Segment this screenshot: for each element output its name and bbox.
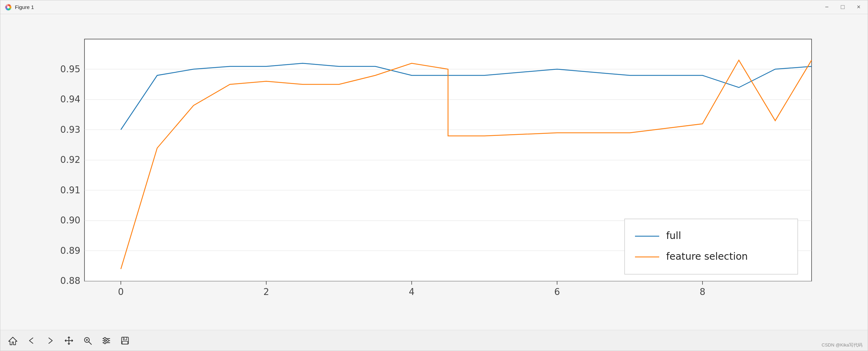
forward-button[interactable] bbox=[43, 334, 57, 347]
configure-icon bbox=[101, 336, 111, 345]
svg-text:4: 4 bbox=[409, 287, 414, 297]
home-icon bbox=[8, 336, 18, 345]
svg-text:0: 0 bbox=[118, 287, 124, 297]
svg-text:0.93: 0.93 bbox=[60, 124, 80, 135]
save-icon bbox=[120, 336, 130, 345]
svg-text:8: 8 bbox=[699, 287, 705, 297]
svg-point-41 bbox=[104, 342, 106, 344]
main-window: Figure 1 − □ × bbox=[0, 0, 868, 351]
legend-feature-label: feature selection bbox=[666, 251, 748, 262]
close-button[interactable]: × bbox=[854, 2, 863, 12]
window-title: Figure 1 bbox=[15, 4, 822, 10]
legend-box bbox=[625, 219, 798, 274]
plot-container: 0.88 0.89 0.90 0.91 0.92 0.93 0.94 0.95 … bbox=[21, 21, 847, 326]
watermark: CSDN @Kika写代码 bbox=[822, 342, 862, 348]
back-icon bbox=[27, 336, 36, 345]
svg-point-1 bbox=[7, 6, 10, 8]
svg-rect-44 bbox=[122, 341, 128, 344]
svg-text:6: 6 bbox=[554, 287, 560, 297]
forward-icon bbox=[45, 336, 55, 345]
chart-area: 0.88 0.89 0.90 0.91 0.92 0.93 0.94 0.95 … bbox=[0, 14, 868, 330]
home-button[interactable] bbox=[6, 334, 20, 347]
x-axis-labels: 0 2 4 6 8 bbox=[118, 287, 705, 297]
toolbar bbox=[0, 330, 868, 351]
line-chart: 0.88 0.89 0.90 0.91 0.92 0.93 0.94 0.95 … bbox=[36, 32, 832, 316]
svg-line-33 bbox=[89, 342, 91, 344]
save-button[interactable] bbox=[118, 334, 132, 347]
y-axis-labels: 0.88 0.89 0.90 0.91 0.92 0.93 0.94 0.95 bbox=[60, 64, 80, 286]
titlebar: Figure 1 − □ × bbox=[0, 0, 868, 14]
svg-text:0.88: 0.88 bbox=[60, 276, 80, 286]
svg-point-40 bbox=[107, 340, 109, 342]
legend-full-label: full bbox=[666, 230, 681, 241]
svg-rect-42 bbox=[122, 337, 128, 344]
svg-point-39 bbox=[104, 338, 106, 340]
pan-icon bbox=[64, 336, 74, 345]
minimize-button[interactable]: − bbox=[822, 2, 832, 12]
maximize-button[interactable]: □ bbox=[838, 2, 848, 12]
svg-text:0.89: 0.89 bbox=[60, 246, 80, 256]
svg-text:0.90: 0.90 bbox=[60, 215, 80, 225]
svg-text:0.92: 0.92 bbox=[60, 155, 80, 165]
svg-text:0.94: 0.94 bbox=[60, 94, 80, 104]
zoom-icon bbox=[83, 336, 92, 345]
window-controls: − □ × bbox=[822, 2, 863, 12]
x-axis-ticks bbox=[121, 281, 703, 285]
configure-button[interactable] bbox=[99, 334, 113, 347]
svg-text:0.91: 0.91 bbox=[60, 185, 80, 195]
svg-text:0.95: 0.95 bbox=[60, 64, 80, 74]
zoom-button[interactable] bbox=[81, 334, 95, 347]
app-icon bbox=[5, 3, 12, 11]
svg-text:2: 2 bbox=[263, 287, 269, 297]
back-button[interactable] bbox=[25, 334, 38, 347]
svg-rect-43 bbox=[123, 337, 127, 340]
svg-marker-29 bbox=[9, 337, 17, 345]
pan-button[interactable] bbox=[62, 334, 76, 347]
